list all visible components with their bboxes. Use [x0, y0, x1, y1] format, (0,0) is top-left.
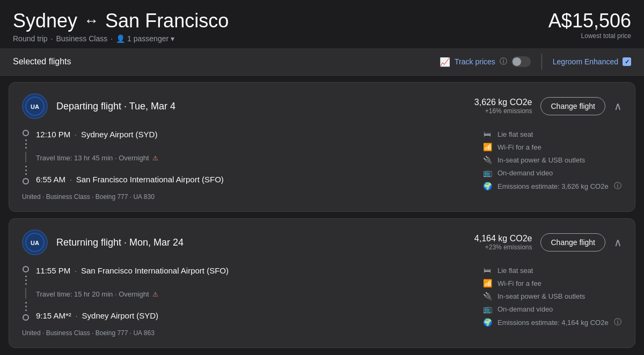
returning-emissions-kg: 4,164 kg CO2e: [474, 234, 532, 243]
departing-arrival-dot: [23, 178, 29, 184]
ret-lie-flat-icon: 🛏: [482, 266, 492, 275]
passenger-info[interactable]: 👤 1 passenger ▾: [116, 34, 174, 43]
returning-travel-info: Travel time: 15 hr 20 min · Overnight ⚠: [36, 290, 470, 298]
departing-amenities: 🛏 Lie flat seat 📶 Wi-Fi for a fee 🔌 In-s…: [482, 130, 622, 201]
returning-departure-dot: [23, 266, 29, 272]
toolbar-right: 📈 Track prices ⓘ Legroom Enhanced ✓: [440, 54, 631, 70]
lie-flat-icon: 🛏: [482, 130, 492, 138]
returning-emissions: 4,164 kg CO2e +23% emissions: [474, 234, 532, 251]
toggle-knob: [513, 57, 521, 66]
ret-amenity-emissions: 🌍 Emissions estimate: 4,164 kg CO2e ⓘ: [482, 317, 622, 327]
departing-emissions-percent: +16% emissions: [474, 107, 532, 115]
dot-separator-2: ·: [111, 34, 113, 43]
departing-collapse-icon[interactable]: ∧: [614, 100, 622, 113]
connector-dot-1: [25, 139, 27, 141]
svg-text:UA: UA: [31, 103, 39, 110]
departing-emissions: 3,626 kg CO2e +16% emissions: [474, 98, 532, 115]
dot-separator: ·: [51, 34, 53, 43]
returning-flight-meta: United · Business Class · Boeing 777 · U…: [22, 329, 470, 337]
passenger-icon-symbol: 👤: [116, 34, 125, 43]
destination-label: San Francisco: [105, 10, 229, 32]
ret-connector-dot-6: [25, 309, 27, 311]
legroom-enhanced-label: Legroom Enhanced: [553, 57, 618, 66]
amenity-wifi: 📶 Wi-Fi for a fee: [482, 143, 622, 151]
amenity-lie-flat: 🛏 Lie flat seat: [482, 130, 622, 138]
returning-card-header-left: UA Returning flight · Mon, Mar 24: [22, 230, 184, 255]
ret-connector-dot-2: [25, 279, 27, 281]
legroom-enhanced-section: Legroom Enhanced ✓: [553, 57, 631, 66]
ret-connector-dot-5: [25, 306, 27, 307]
departing-flight-label: Departing flight · Tue, Mar 4: [56, 101, 175, 112]
amenity-emissions: 🌍 Emissions estimate: 3,626 kg CO2e ⓘ: [482, 181, 622, 191]
departing-arr-time: 6:55 AM: [36, 175, 65, 184]
amenity-video: 📺 On-demand video: [482, 168, 622, 177]
power-label: In-seat power & USB outlets: [497, 156, 585, 164]
info-icon[interactable]: ⓘ: [500, 57, 507, 66]
ret-wifi-label: Wi-Fi for a fee: [497, 279, 541, 287]
connector-dot-3: [25, 147, 27, 149]
ret-connector-dot-1: [25, 276, 27, 277]
svg-text:UA: UA: [31, 240, 39, 246]
united-logo-returning: UA: [22, 230, 48, 255]
lie-flat-label: Lie flat seat: [497, 130, 533, 138]
legroom-checkbox[interactable]: ✓: [623, 57, 631, 66]
returning-timeline: 11:55 PM · San Francisco International A…: [22, 266, 470, 337]
departing-flight-details: 12:10 PM · Sydney Airport (SYD) Travel t…: [22, 130, 622, 201]
departing-flight-card: UA Departing flight · Tue, Mar 4 3,626 k…: [9, 82, 635, 212]
track-prices-label: Track prices: [455, 57, 495, 66]
returning-arrival-dot: [23, 314, 29, 321]
passenger-count: 1 passenger: [127, 34, 169, 43]
returning-flight-label: Returning flight · Mon, Mar 24: [56, 237, 184, 248]
returning-warning-icon: ⚠: [152, 291, 158, 298]
toolbar-divider: [541, 54, 542, 70]
emissions-info-icon[interactable]: ⓘ: [614, 181, 621, 191]
trending-up-icon: 📈: [440, 57, 450, 67]
track-prices-section: 📈 Track prices ⓘ: [440, 56, 531, 67]
connector-dot-5: [25, 169, 27, 171]
returning-arr-airport: Sydney Airport (SYD): [82, 311, 159, 320]
returning-flight-details: 11:55 PM · San Francisco International A…: [22, 266, 622, 337]
returning-change-flight-button[interactable]: Change flight: [540, 233, 605, 252]
header-right: A$15,506 Lowest total price: [548, 10, 631, 40]
united-logo-departing: UA: [22, 93, 48, 119]
departing-warning-icon: ⚠: [152, 154, 158, 162]
returning-amenities: 🛏 Lie flat seat 📶 Wi-Fi for a fee 🔌 In-s…: [482, 266, 622, 337]
chevron-down-icon: ▾: [171, 34, 174, 43]
route-title: Sydney ↔ San Francisco: [13, 10, 229, 32]
ret-video-icon: 📺: [482, 305, 492, 313]
departing-arr-airport: San Francisco International Airport (SFO…: [76, 175, 224, 184]
connector-dot-4: [25, 166, 27, 167]
connector-dot-6: [25, 173, 27, 175]
departing-card-header-left: UA Departing flight · Tue, Mar 4: [22, 93, 175, 119]
connector-dot-2: [25, 143, 27, 145]
departing-change-flight-button[interactable]: Change flight: [540, 97, 605, 115]
trip-type: Round trip: [13, 34, 48, 43]
returning-emissions-percent: +23% emissions: [474, 243, 532, 251]
ret-emissions-info-icon[interactable]: ⓘ: [614, 317, 621, 327]
returning-arr-time: 9:15 AM*²: [36, 311, 71, 320]
origin-label: Sydney: [13, 10, 77, 32]
globe-icon: 🌍: [482, 182, 492, 190]
ret-amenity-video: 📺 On-demand video: [482, 305, 622, 313]
track-prices-toggle[interactable]: [511, 56, 531, 67]
ret-connector-dot-3: [25, 283, 27, 285]
returning-card-header-right: 4,164 kg CO2e +23% emissions Change flig…: [474, 233, 622, 252]
ret-wifi-icon: 📶: [482, 279, 492, 287]
departing-dep-time: 12:10 PM: [36, 130, 70, 139]
price-label: Lowest total price: [548, 32, 631, 40]
returning-card-header: UA Returning flight · Mon, Mar 24 4,164 …: [22, 230, 622, 255]
ret-power-icon: 🔌: [482, 292, 492, 300]
departing-departure-dot: [23, 130, 29, 136]
page-header: Sydney ↔ San Francisco Round trip · Busi…: [0, 0, 644, 48]
emissions-label: Emissions estimate: 3,626 kg CO2e: [497, 182, 609, 190]
ret-connector-dot-4: [25, 302, 27, 304]
ret-amenity-wifi: 📶 Wi-Fi for a fee: [482, 279, 622, 287]
departing-card-header-right: 3,626 kg CO2e +16% emissions Change flig…: [474, 97, 622, 115]
toolbar-left: Selected flights: [13, 57, 71, 66]
returning-collapse-icon[interactable]: ∧: [614, 236, 622, 249]
wifi-label: Wi-Fi for a fee: [497, 143, 541, 151]
exchange-icon: ↔: [84, 12, 99, 29]
departing-timeline: 12:10 PM · Sydney Airport (SYD) Travel t…: [22, 130, 470, 201]
ret-power-label: In-seat power & USB outlets: [497, 292, 585, 300]
cabin-class: Business Class: [56, 34, 107, 43]
